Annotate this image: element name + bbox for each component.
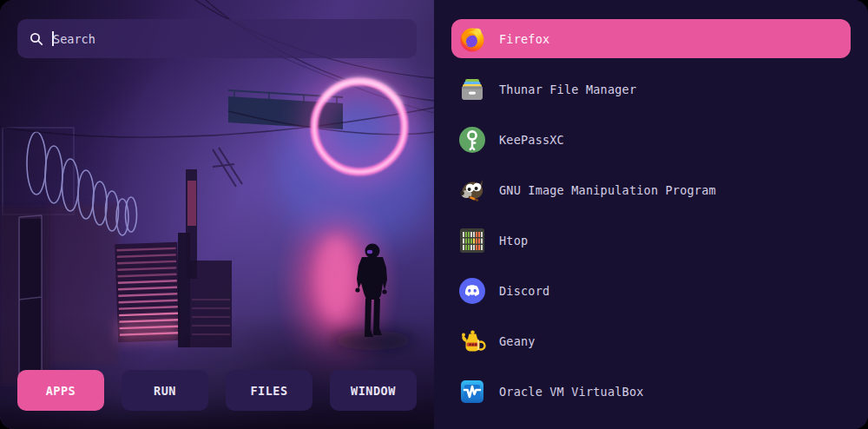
app-label: KeePassXC bbox=[499, 133, 564, 147]
tab-apps[interactable]: APPS bbox=[17, 370, 104, 411]
app-list: Firefox Thunar File Manager bbox=[434, 0, 868, 429]
app-label: GNU Image Manipulation Program bbox=[499, 183, 716, 197]
app-label: Oracle VM VirtualBox bbox=[499, 385, 644, 399]
discord-icon bbox=[458, 277, 486, 305]
launcher-window: APPS RUN FILES WINDOW bbox=[0, 0, 868, 429]
tab-run[interactable]: RUN bbox=[122, 370, 208, 411]
tab-window[interactable]: WINDOW bbox=[330, 370, 417, 411]
tab-files[interactable]: FILES bbox=[226, 370, 312, 411]
app-row-keepassxc[interactable]: KeePassXC bbox=[451, 120, 851, 159]
app-label: Thunar File Manager bbox=[499, 82, 636, 96]
left-panel: APPS RUN FILES WINDOW bbox=[0, 0, 434, 429]
app-row-discord[interactable]: Discord bbox=[451, 271, 851, 310]
neon-alley-wallpaper bbox=[0, 0, 434, 429]
app-label: Geany bbox=[499, 334, 536, 348]
geany-icon bbox=[458, 327, 486, 355]
gimp-icon bbox=[458, 176, 486, 204]
app-label: Htop bbox=[499, 234, 528, 248]
app-row-gimp[interactable]: GNU Image Manipulation Program bbox=[451, 170, 851, 209]
app-row-geany[interactable]: Geany bbox=[451, 321, 851, 360]
search-bar bbox=[17, 19, 417, 58]
search-input[interactable] bbox=[51, 31, 406, 47]
app-row-thunar[interactable]: Thunar File Manager bbox=[451, 69, 851, 109]
virtualbox-icon bbox=[458, 378, 486, 406]
mode-tabs: APPS RUN FILES WINDOW bbox=[17, 370, 417, 411]
app-label: Firefox bbox=[499, 32, 549, 46]
firefox-icon bbox=[458, 25, 486, 53]
app-row-firefox[interactable]: Firefox bbox=[451, 19, 851, 58]
app-row-htop[interactable]: Htop bbox=[451, 221, 851, 260]
app-row-virtualbox[interactable]: Oracle VM VirtualBox bbox=[451, 372, 851, 411]
thunar-icon bbox=[458, 76, 486, 103]
app-label: Discord bbox=[499, 284, 549, 298]
text-caret bbox=[52, 31, 54, 46]
search-icon bbox=[30, 32, 43, 46]
keepassxc-icon bbox=[458, 126, 486, 154]
htop-icon bbox=[458, 227, 486, 254]
